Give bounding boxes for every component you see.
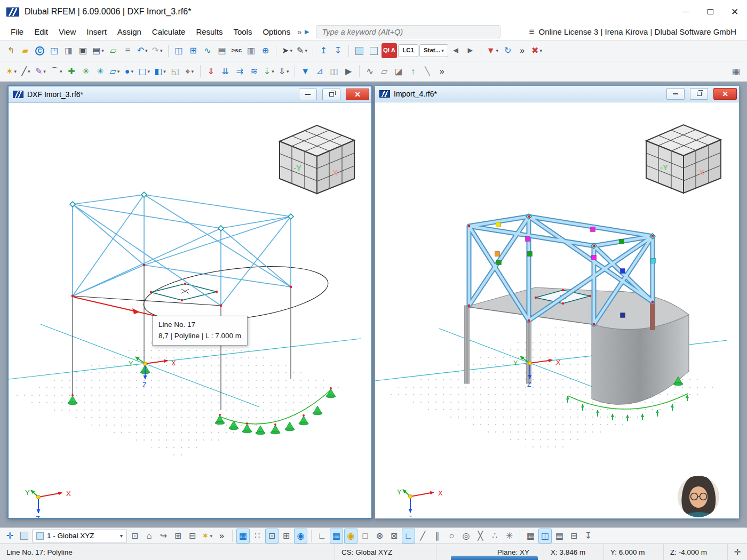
coordinate-system-select[interactable]: 1 - Global XYZ ▾ (32, 530, 127, 542)
import-dxf-button[interactable]: ↰ (4, 43, 18, 58)
osnap-center-button[interactable]: ⊗ (373, 529, 386, 543)
tables-button[interactable]: ⊞ (187, 43, 200, 58)
margins-button[interactable]: ⊟ (567, 529, 581, 543)
child-close-button[interactable]: ✕ (346, 89, 369, 100)
new-surface-type-button[interactable]: ▱▾ (108, 64, 121, 79)
history-up-button[interactable]: ↥ (317, 43, 330, 58)
surface-load-button[interactable]: ≋ (248, 64, 261, 79)
osnap-parallel-button[interactable]: ∥ (431, 529, 444, 543)
new-block-button[interactable]: ◧▾ (153, 64, 168, 79)
new-arc-button[interactable]: ⌒▾ (49, 64, 64, 79)
edit-grid-button[interactable]: ⊟ (186, 529, 199, 543)
child-restore-button[interactable] (690, 88, 708, 100)
new-node-on-line-button[interactable]: ✚ (65, 64, 78, 79)
filter-objects-button[interactable]: ▼▾ (485, 43, 500, 58)
menu-calculate[interactable]: Calculate (147, 25, 191, 38)
select-pointer-button[interactable]: ➤▾ (280, 43, 294, 58)
osnap-nearest-button[interactable]: ╱ (416, 529, 430, 543)
new-opening-button[interactable]: ▢▾ (137, 64, 152, 79)
open-model-button[interactable]: ▰ (19, 43, 32, 58)
navigator-panel-button[interactable]: ◫ (172, 43, 186, 58)
section-box-button[interactable]: ◱ (169, 64, 182, 79)
design-situation-swatch[interactable] (353, 43, 366, 58)
menu-tools[interactable]: Tools (228, 25, 257, 38)
new-line-set-button[interactable]: ✎▾ (34, 64, 47, 79)
snap-dimensions-button[interactable]: ⊞ (280, 529, 293, 543)
osnap-endpoint-button[interactable]: □ (359, 529, 372, 543)
background-grid-button[interactable]: ▦ (524, 529, 537, 543)
deformed-shape-button[interactable]: ∿ (363, 64, 377, 79)
note-button[interactable]: ▱ (107, 43, 120, 58)
menu-edit[interactable]: Edit (29, 25, 53, 38)
model-viewport[interactable]: X Y Z -Y (375, 102, 738, 517)
drop-anchor-button[interactable]: ↧ (582, 529, 595, 543)
model-viewport[interactable]: X Y Z -Y (9, 103, 371, 518)
search-input[interactable] (322, 28, 495, 36)
member-load-button[interactable]: ⇊ (219, 64, 232, 79)
toolbar1-overflow[interactable]: » (515, 43, 529, 58)
combination-swatch[interactable] (367, 43, 380, 58)
maximize-button[interactable] (698, 0, 722, 23)
result-diagram-button[interactable]: ∿ (201, 43, 214, 58)
menu-view[interactable]: View (53, 25, 81, 38)
render-model-button[interactable]: ◳ (47, 43, 61, 58)
diagonal-tool-button[interactable]: ╲ (421, 64, 434, 79)
rotate-view-button[interactable]: ↻ (501, 43, 514, 58)
osnap-intersection-button[interactable]: ╳ (474, 529, 487, 543)
bottombar-overflow[interactable]: » (215, 529, 228, 543)
child-minimize-button[interactable] (666, 88, 685, 100)
edit-parameters-button[interactable]: ✎▾ (295, 43, 309, 58)
keyword-searchbox[interactable] (316, 25, 500, 38)
grid-display-button[interactable]: ▦ (330, 529, 343, 543)
printout-report-button[interactable]: ▤ (216, 43, 229, 58)
previous-load-case-button[interactable]: ◀ (449, 43, 463, 58)
minimize-button[interactable] (673, 0, 698, 23)
snap-settings-button[interactable]: ◫ (538, 529, 552, 543)
rendering-mode-button[interactable]: ◪ (392, 64, 406, 79)
display-results-button[interactable]: ⊿ (313, 64, 327, 79)
work-plane-settings-button[interactable]: ⊡ (128, 529, 141, 543)
load-case-select[interactable]: Stat...▾ (419, 44, 448, 57)
child-restore-button[interactable] (322, 89, 340, 100)
clipboard-button[interactable]: ≡ (121, 43, 134, 58)
relocate-origin-button[interactable]: ↪ (157, 529, 170, 543)
new-line-button[interactable]: ╱▾ (19, 64, 33, 79)
toolbar2-overflow[interactable]: » (435, 64, 449, 79)
deselect-button[interactable]: ✖▾ (530, 43, 544, 58)
snap-grid-button[interactable]: ▦ (236, 529, 250, 543)
imperfection-button[interactable]: ⇩▾ (277, 64, 291, 79)
menu-options[interactable]: Options (257, 25, 296, 38)
menu-assign[interactable]: Assign (112, 25, 147, 38)
grid-settings-button[interactable]: ⊞ (171, 529, 185, 543)
nodal-load-button[interactable]: ⇓ (204, 64, 218, 79)
qia-badge[interactable]: QI A (382, 43, 397, 58)
new-member-button[interactable]: ✳ (79, 64, 92, 79)
child-minimize-button[interactable] (299, 89, 317, 100)
print-graphic-button[interactable]: ◨ (62, 43, 75, 58)
new-surface-button[interactable]: ✳ (93, 64, 107, 79)
osnap-circle-button[interactable]: ○ (445, 529, 458, 543)
menu-results[interactable]: Results (190, 25, 228, 38)
menu-insert[interactable]: Insert (81, 25, 112, 38)
selected-polyline[interactable] (74, 297, 166, 318)
osnap-perpendicular-button[interactable]: ∟ (402, 529, 415, 543)
export-sc-button[interactable]: >sc (230, 43, 244, 58)
slab-opening[interactable] (150, 283, 218, 301)
new-solid-button[interactable]: ●▾ (122, 64, 136, 79)
animation-button[interactable]: ▶ (342, 64, 355, 79)
object-snap-lock-button[interactable]: ◉ (344, 529, 357, 543)
save-button[interactable]: ▣ (76, 43, 90, 58)
ortho-mode-button[interactable]: ∟ (315, 529, 329, 543)
osnap-division-button[interactable]: ∴ (488, 529, 502, 543)
avatar[interactable] (676, 475, 721, 517)
new-node-button[interactable]: ✶▾ (4, 64, 18, 79)
menu-file[interactable]: File (5, 25, 29, 38)
menu-caret[interactable]: ▶ (303, 28, 311, 35)
app-titlebar[interactable]: Dlubal RFEM | 6.09.0006 | DXF Imort_3.rf… (0, 0, 747, 23)
close-button[interactable]: ✕ (722, 0, 747, 23)
dlubal-center-button[interactable]: C (33, 43, 46, 58)
snap-objects-button[interactable]: ◉ (294, 529, 307, 543)
work-plane-view-button[interactable]: ▱ (378, 64, 391, 79)
free-load-button[interactable]: ⇣▾ (262, 64, 276, 79)
new-guide-object-button[interactable]: ✶▾ (200, 529, 214, 543)
